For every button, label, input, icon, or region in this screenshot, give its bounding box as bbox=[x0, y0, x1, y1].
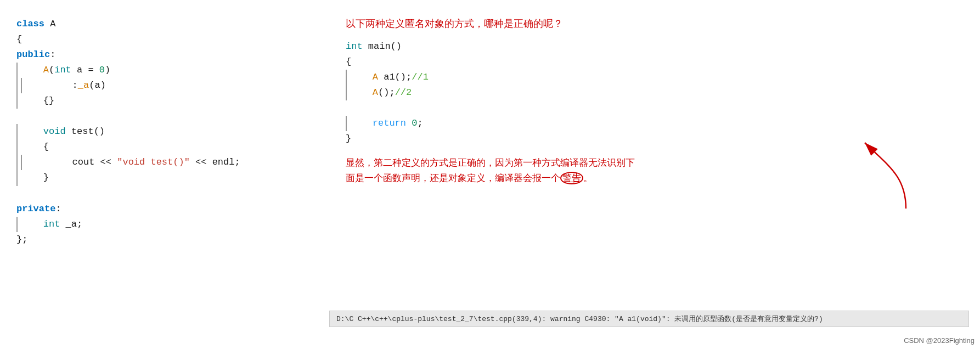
line-void-test: void test() bbox=[16, 124, 324, 139]
vert-line-9 bbox=[16, 170, 19, 185]
line-class-a: class A bbox=[16, 16, 324, 32]
warning-bar: D:\C C++\c++\cplus-plus\test_2_7\test.cp… bbox=[329, 311, 969, 327]
comment-1: //1 bbox=[412, 72, 429, 82]
right-panel: 以下两种定义匿名对象的方式，哪种是正确的呢？ int main() { A a1… bbox=[346, 11, 964, 344]
line-init: :_a(a) bbox=[16, 78, 324, 93]
main-container: class A { public: A(int a = 0) :_a(a) {} bbox=[0, 0, 980, 349]
kw-int2: int bbox=[43, 219, 60, 229]
empty-body-text: {} bbox=[21, 93, 54, 109]
explanation-text: 显然，第二种定义的方式是正确的，因为第一种方式编译器无法识别下 面是一个函数声明… bbox=[346, 155, 686, 186]
kw-a-ctor: A bbox=[43, 65, 49, 75]
num-zero2: 0 bbox=[412, 118, 417, 128]
comment-2: //2 bbox=[395, 87, 412, 98]
line-public: public: bbox=[16, 47, 324, 63]
line-cout: cout << "void test()" << endl; bbox=[16, 155, 324, 170]
vert-line-5 bbox=[16, 124, 19, 139]
line-brace-open: { bbox=[16, 32, 324, 47]
right-a2-text: A();//2 bbox=[350, 85, 412, 100]
void-test-text: void test() bbox=[21, 124, 105, 139]
right-kw-A2: A bbox=[373, 87, 378, 98]
kw-return: return bbox=[373, 118, 406, 128]
left-panel: class A { public: A(int a = 0) :_a(a) {} bbox=[16, 11, 324, 344]
kw-int-main: int bbox=[346, 41, 363, 52]
kw-init-a: _a bbox=[78, 80, 89, 91]
right-line-main: int main() bbox=[346, 39, 964, 54]
init-text: :_a(a) bbox=[27, 78, 106, 93]
question-text: 以下两种定义匿名对象的方式，哪种是正确的呢？ bbox=[346, 16, 964, 31]
line-empty-body: {} bbox=[16, 93, 324, 109]
right-return-text: return 0; bbox=[350, 116, 423, 131]
right-code-block: int main() { A a1();//1 A();//2 return 0… bbox=[346, 39, 964, 147]
right-empty bbox=[346, 100, 964, 116]
right-line-a2: A();//2 bbox=[346, 85, 964, 100]
explanation-highlight: 警告 bbox=[560, 172, 583, 184]
line-constructor: A(int a = 0) bbox=[16, 63, 324, 78]
int-a-text: int _a; bbox=[21, 217, 82, 232]
right-vert-2 bbox=[346, 85, 348, 100]
right-line-close: } bbox=[346, 131, 964, 147]
constructor-text: A(int a = 0) bbox=[21, 63, 110, 78]
right-line-a1: A a1();//1 bbox=[346, 70, 964, 85]
left-code-block: class A { public: A(int a = 0) :_a(a) {} bbox=[16, 16, 324, 247]
kw-int1: int bbox=[54, 65, 71, 75]
line-private: private: bbox=[16, 201, 324, 217]
vert-line-6 bbox=[16, 139, 19, 155]
right-line-return: return 0; bbox=[346, 116, 964, 131]
line-empty2 bbox=[16, 186, 324, 201]
vert-line-3 bbox=[21, 78, 23, 93]
line-int-a: int _a; bbox=[16, 217, 324, 232]
explanation-line1: 显然，第二种定义的方式是正确的，因为第一种方式编译器无法识别下 bbox=[346, 157, 635, 168]
right-a1-text: A a1();//1 bbox=[350, 70, 429, 85]
vert-line-4 bbox=[16, 93, 19, 109]
footer-text: CSDN @2023Fighting bbox=[904, 336, 975, 345]
vert-line-10 bbox=[16, 217, 19, 232]
kw-class: class bbox=[16, 19, 44, 29]
test-brace-text: { bbox=[21, 139, 49, 155]
kw-public: public bbox=[16, 49, 50, 60]
num-zero: 0 bbox=[99, 65, 105, 75]
vert-line-7 bbox=[16, 155, 19, 170]
vert-line-2 bbox=[16, 78, 19, 93]
kw-private: private bbox=[16, 204, 55, 214]
line-test-close: } bbox=[16, 170, 324, 185]
string-void-test: "void test()" bbox=[117, 157, 190, 167]
line-test-brace: { bbox=[16, 139, 324, 155]
classname-a: A bbox=[50, 19, 55, 29]
line-end: }; bbox=[16, 232, 324, 247]
vert-line-8 bbox=[21, 155, 23, 170]
line-empty1 bbox=[16, 109, 324, 124]
vert-line-1 bbox=[16, 63, 19, 78]
explanation-line2: 面是一个函数声明，还是对象定义，编译器会报一个 bbox=[346, 173, 560, 183]
right-line-brace-open: { bbox=[346, 54, 964, 70]
cout-text: cout << "void test()" << endl; bbox=[27, 155, 240, 170]
test-close-text: } bbox=[21, 170, 49, 185]
kw-void: void bbox=[43, 126, 66, 137]
right-vert-1 bbox=[346, 70, 348, 85]
right-kw-A1: A bbox=[373, 72, 378, 82]
right-vert-3 bbox=[346, 116, 348, 131]
